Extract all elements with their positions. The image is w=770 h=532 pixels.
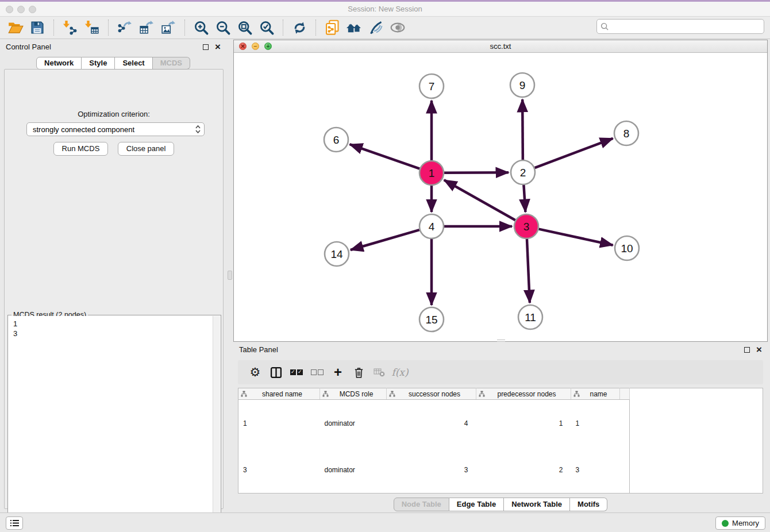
table-row[interactable]: 3dominator323 bbox=[238, 446, 630, 494]
table-row[interactable]: 1dominator411 bbox=[238, 400, 630, 447]
tab-edge-table[interactable]: Edge Table bbox=[449, 498, 504, 511]
node-9[interactable]: 9 bbox=[510, 73, 534, 97]
column-header-shared-name[interactable]: shared name bbox=[238, 388, 320, 400]
svg-text:2: 2 bbox=[520, 167, 526, 179]
table-cell[interactable]: dominator bbox=[320, 446, 387, 494]
export-image-icon[interactable] bbox=[159, 18, 178, 37]
splitter-grip[interactable] bbox=[228, 271, 232, 280]
column-layout-icon[interactable] bbox=[265, 363, 286, 381]
select-all-columns-icon[interactable] bbox=[286, 363, 307, 381]
tab-style[interactable]: Style bbox=[82, 57, 115, 70]
svg-text:3: 3 bbox=[523, 221, 530, 233]
copy-network-icon[interactable] bbox=[322, 18, 342, 37]
edge-1-6[interactable] bbox=[350, 144, 420, 168]
refresh-view-icon[interactable] bbox=[290, 18, 309, 37]
control-panel: Control Panel × NetworkStyleSelectMCDS O… bbox=[0, 39, 226, 512]
table-cell[interactable]: 3 bbox=[571, 446, 620, 494]
title-bar: Session: New Session bbox=[0, 2, 770, 17]
network-canvas[interactable]: 7968124314101511 bbox=[234, 53, 767, 341]
task-history-button[interactable] bbox=[6, 516, 23, 530]
close-panel-icon[interactable]: × bbox=[215, 44, 221, 50]
column-header-name[interactable]: name bbox=[571, 388, 620, 400]
column-header-successor-nodes[interactable]: successor nodes bbox=[387, 388, 476, 400]
deselect-all-columns-icon[interactable] bbox=[307, 363, 328, 381]
result-line: 3 bbox=[13, 329, 208, 338]
table-cell[interactable]: 3 bbox=[387, 446, 476, 494]
zoom-selected-icon[interactable] bbox=[257, 18, 276, 37]
node-6[interactable]: 6 bbox=[324, 128, 348, 152]
node-4[interactable]: 4 bbox=[419, 214, 444, 238]
table-cell[interactable]: 3 bbox=[238, 446, 320, 494]
criterion-value: strongly connected component bbox=[33, 125, 195, 134]
settings-gear-icon[interactable]: ⚙ bbox=[245, 363, 265, 381]
result-scrollbar[interactable] bbox=[213, 316, 220, 532]
criterion-dropdown[interactable]: strongly connected component bbox=[26, 122, 205, 136]
tab-select[interactable]: Select bbox=[115, 57, 152, 70]
column-header-mcds-role[interactable]: MCDS role bbox=[320, 388, 387, 400]
edge-3-11[interactable] bbox=[527, 239, 530, 303]
delete-column-icon[interactable] bbox=[348, 363, 369, 381]
edge-2-9[interactable] bbox=[522, 99, 523, 160]
node-2[interactable]: 2 bbox=[511, 160, 535, 184]
tab-node-table[interactable]: Node Table bbox=[394, 498, 449, 511]
network-window-titlebar[interactable]: ✕ − + scc.txt bbox=[234, 40, 767, 53]
edge-3-1[interactable] bbox=[444, 180, 515, 220]
close-panel-button[interactable]: Close panel bbox=[118, 142, 175, 156]
node-7[interactable]: 7 bbox=[419, 74, 444, 98]
import-network-icon[interactable] bbox=[60, 18, 80, 37]
table-cell[interactable]: 1 bbox=[571, 400, 620, 447]
apply-style-icon[interactable] bbox=[366, 18, 386, 37]
edge-1-2[interactable] bbox=[444, 172, 509, 173]
edge-4-14[interactable] bbox=[351, 230, 419, 250]
add-column-icon[interactable]: + bbox=[328, 363, 348, 381]
svg-text:8: 8 bbox=[623, 128, 630, 140]
toolbar-separator bbox=[283, 20, 283, 36]
node-15[interactable]: 15 bbox=[419, 307, 444, 331]
run-mcds-button[interactable]: Run MCDS bbox=[53, 142, 109, 156]
hide-preview-eye-icon bbox=[388, 18, 407, 37]
network-view-title: scc.txt bbox=[234, 42, 767, 51]
edge-3-10[interactable] bbox=[538, 229, 613, 245]
export-network-icon[interactable] bbox=[115, 18, 134, 37]
node-3[interactable]: 3 bbox=[514, 214, 538, 238]
node-8[interactable]: 8 bbox=[614, 121, 638, 145]
tab-network[interactable]: Network bbox=[36, 57, 82, 70]
tab-mcds[interactable]: MCDS bbox=[153, 57, 190, 70]
zoom-out-icon[interactable] bbox=[213, 18, 233, 37]
search-input[interactable] bbox=[612, 22, 760, 31]
import-table-icon[interactable] bbox=[82, 18, 102, 37]
panel-splitter[interactable] bbox=[226, 39, 233, 512]
node-11[interactable]: 11 bbox=[518, 305, 542, 329]
home-view-icon[interactable] bbox=[344, 18, 364, 37]
task-list-icon bbox=[10, 519, 20, 527]
search-box[interactable] bbox=[596, 19, 764, 34]
column-header-predecessor-nodes[interactable]: predecessor nodes bbox=[476, 388, 571, 400]
float-table-panel-icon[interactable] bbox=[744, 347, 750, 353]
svg-text:7: 7 bbox=[429, 80, 435, 92]
edge-2-3[interactable] bbox=[523, 185, 525, 212]
tab-network-table[interactable]: Network Table bbox=[504, 498, 570, 511]
network-graph[interactable]: 7968124314101511 bbox=[234, 53, 767, 341]
svg-text:14: 14 bbox=[330, 248, 343, 260]
export-table-icon[interactable] bbox=[137, 18, 156, 37]
node-10[interactable]: 10 bbox=[615, 236, 639, 260]
save-session-icon[interactable] bbox=[28, 18, 47, 37]
zoom-in-icon[interactable] bbox=[191, 18, 211, 37]
open-file-icon[interactable] bbox=[6, 18, 25, 37]
zoom-fit-icon[interactable] bbox=[235, 18, 255, 37]
memory-button[interactable]: Memory bbox=[715, 516, 765, 530]
node-table: shared nameMCDS rolesuccessor nodesprede… bbox=[238, 388, 630, 494]
node-14[interactable]: 14 bbox=[325, 242, 349, 266]
table-cell[interactable]: dominator bbox=[320, 400, 387, 447]
close-table-panel-icon[interactable]: × bbox=[756, 347, 762, 353]
edge-2-8[interactable] bbox=[535, 138, 613, 168]
tab-motifs[interactable]: Motifs bbox=[570, 498, 607, 511]
network-view-window: ✕ − + scc.txt 7968124314101511 bbox=[233, 40, 768, 342]
table-cell[interactable]: 4 bbox=[387, 400, 476, 447]
table-cell[interactable]: 1 bbox=[476, 400, 571, 447]
svg-text:10: 10 bbox=[621, 242, 633, 255]
node-1[interactable]: 1 bbox=[419, 161, 444, 185]
float-panel-icon[interactable] bbox=[203, 44, 209, 50]
table-cell[interactable]: 1 bbox=[238, 400, 320, 447]
table-cell[interactable]: 2 bbox=[476, 446, 571, 494]
